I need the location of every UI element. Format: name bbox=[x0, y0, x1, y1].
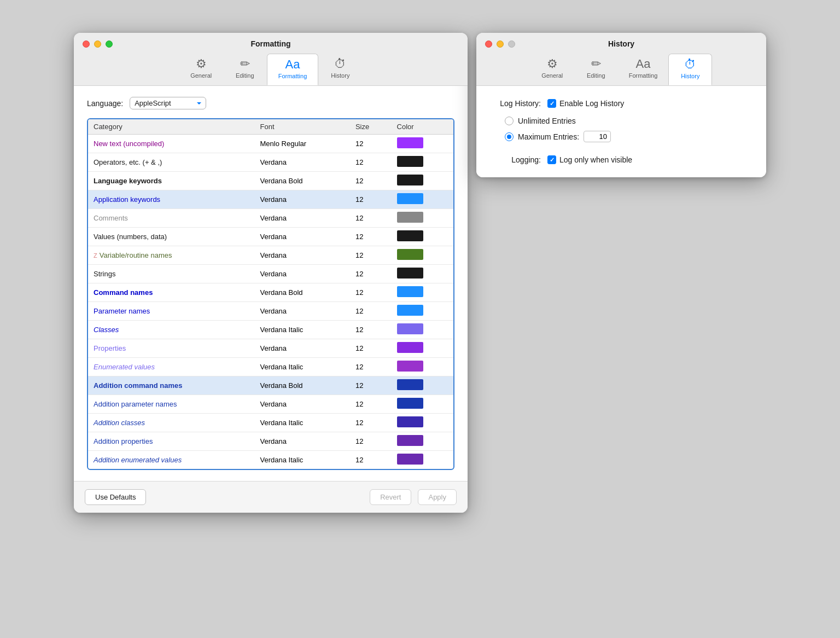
color-swatch bbox=[397, 361, 423, 372]
log-visible-checkbox[interactable] bbox=[547, 155, 556, 164]
tab-editing-right[interactable]: ✏ Editing bbox=[574, 54, 618, 85]
maximize-button-history[interactable] bbox=[508, 40, 515, 48]
category-cell: Addition command names bbox=[88, 376, 255, 395]
tab-editing-label-right: Editing bbox=[587, 72, 605, 79]
category-cell: Operators, etc. (+ & ,) bbox=[88, 153, 255, 172]
tab-formatting-left[interactable]: Aa Formatting bbox=[267, 54, 319, 85]
entries-radio-group: Unlimited Entries Maximum Entries: bbox=[505, 117, 751, 142]
color-swatch bbox=[397, 156, 423, 167]
category-cell: Classes bbox=[88, 321, 255, 339]
minimize-button[interactable] bbox=[94, 40, 101, 48]
table-row[interactable]: Values (numbers, data)Verdana12 bbox=[88, 228, 453, 246]
color-cell bbox=[392, 376, 453, 395]
language-row: Language: AppleScript bbox=[87, 97, 454, 109]
close-button[interactable] bbox=[83, 40, 90, 48]
language-select[interactable]: AppleScript bbox=[130, 97, 206, 109]
table-row[interactable]: Addition command namesVerdana Bold12 bbox=[88, 376, 453, 395]
use-defaults-button[interactable]: Use Defaults bbox=[85, 489, 146, 505]
size-cell: 12 bbox=[350, 209, 392, 228]
color-swatch bbox=[397, 342, 423, 353]
size-cell: 12 bbox=[350, 376, 392, 395]
col-header-font: Font bbox=[255, 119, 350, 135]
category-cell: Application keywords bbox=[88, 190, 255, 209]
logging-label: Logging: bbox=[492, 155, 541, 164]
color-swatch bbox=[397, 137, 423, 148]
col-header-size: Size bbox=[350, 119, 392, 135]
pencil-icon-right: ✏ bbox=[591, 57, 601, 71]
tab-general-right[interactable]: ⚙ General bbox=[530, 54, 574, 85]
table-row[interactable]: Enumerated valuesVerdana Italic12 bbox=[88, 358, 453, 376]
bottom-bar-formatting: Use Defaults Revert Apply bbox=[74, 481, 468, 513]
font-cell: Verdana bbox=[255, 153, 350, 172]
unlimited-radio[interactable] bbox=[505, 117, 514, 125]
table-row[interactable]: PropertiesVerdana12 bbox=[88, 339, 453, 358]
table-row[interactable]: New text (uncompiled)Menlo Regular12 bbox=[88, 135, 453, 153]
table-row[interactable]: Addition classesVerdana Italic12 bbox=[88, 414, 453, 432]
color-cell bbox=[392, 135, 453, 153]
tab-editing-left[interactable]: ✏ Editing bbox=[223, 54, 267, 85]
table-row[interactable]: Addition parameter namesVerdana12 bbox=[88, 395, 453, 414]
table-row[interactable]: ZVariable/routine namesVerdana12 bbox=[88, 246, 453, 265]
table-row[interactable]: CommentsVerdana12 bbox=[88, 209, 453, 228]
enable-log-checkbox[interactable] bbox=[547, 99, 556, 108]
tab-history-right[interactable]: ⏱ History bbox=[668, 54, 712, 85]
tab-history-label-right: History bbox=[681, 73, 699, 79]
tab-formatting-right[interactable]: Aa Formatting bbox=[618, 54, 669, 85]
color-cell bbox=[392, 451, 453, 469]
color-cell bbox=[392, 153, 453, 172]
tab-general-left[interactable]: ⚙ General bbox=[179, 54, 223, 85]
size-cell: 12 bbox=[350, 228, 392, 246]
size-cell: 12 bbox=[350, 172, 392, 190]
size-cell: 12 bbox=[350, 321, 392, 339]
format-table: Category Font Size Color New text (uncom… bbox=[88, 119, 453, 469]
size-cell: 12 bbox=[350, 395, 392, 414]
tab-history-left[interactable]: ⏱ History bbox=[318, 54, 362, 85]
revert-button[interactable]: Revert bbox=[370, 489, 411, 505]
category-cell: Strings bbox=[88, 265, 255, 283]
size-cell: 12 bbox=[350, 153, 392, 172]
table-row[interactable]: Addition propertiesVerdana12 bbox=[88, 432, 453, 451]
tab-history-label: History bbox=[331, 72, 349, 79]
table-row[interactable]: Addition enumerated valuesVerdana Italic… bbox=[88, 451, 453, 469]
gear-icon: ⚙ bbox=[196, 57, 207, 71]
maximum-entries-input[interactable] bbox=[584, 131, 611, 142]
log-visible-label: Log only when visible bbox=[559, 155, 632, 164]
clock-icon-right: ⏱ bbox=[684, 57, 696, 72]
font-cell: Verdana Bold bbox=[255, 376, 350, 395]
table-row[interactable]: Operators, etc. (+ & ,)Verdana12 bbox=[88, 153, 453, 172]
color-swatch bbox=[397, 398, 423, 409]
close-button-history[interactable] bbox=[485, 40, 492, 48]
apply-button[interactable]: Apply bbox=[418, 489, 457, 505]
table-row[interactable]: Command namesVerdana Bold12 bbox=[88, 283, 453, 302]
language-label: Language: bbox=[87, 99, 123, 108]
table-row[interactable]: ClassesVerdana Italic12 bbox=[88, 321, 453, 339]
formatting-window: Formatting ⚙ General ✏ Editing Aa Format… bbox=[74, 33, 468, 513]
font-cell: Verdana bbox=[255, 209, 350, 228]
table-row[interactable]: Language keywordsVerdana Bold12 bbox=[88, 172, 453, 190]
category-cell: Enumerated values bbox=[88, 358, 255, 376]
category-cell: Comments bbox=[88, 209, 255, 228]
size-cell: 12 bbox=[350, 414, 392, 432]
table-row[interactable]: Application keywordsVerdana12 bbox=[88, 190, 453, 209]
font-cell: Verdana bbox=[255, 265, 350, 283]
table-row[interactable]: StringsVerdana12 bbox=[88, 265, 453, 283]
tab-formatting-label-right: Formatting bbox=[629, 72, 658, 79]
table-row[interactable]: Parameter namesVerdana12 bbox=[88, 302, 453, 321]
minimize-button-history[interactable] bbox=[497, 40, 504, 48]
category-cell: Parameter names bbox=[88, 302, 255, 321]
color-swatch bbox=[397, 268, 423, 279]
color-swatch bbox=[397, 212, 423, 223]
maximum-radio[interactable] bbox=[505, 132, 514, 141]
log-visible-checkbox-row: Log only when visible bbox=[547, 155, 632, 164]
traffic-lights bbox=[83, 40, 113, 48]
logging-row: Logging: Log only when visible bbox=[492, 155, 751, 164]
maximize-button[interactable] bbox=[106, 40, 113, 48]
color-cell bbox=[392, 432, 453, 451]
category-cell: Addition parameter names bbox=[88, 395, 255, 414]
size-cell: 12 bbox=[350, 302, 392, 321]
category-cell: Addition enumerated values bbox=[88, 451, 255, 469]
color-cell bbox=[392, 358, 453, 376]
toolbar-history: ⚙ General ✏ Editing Aa Formatting ⏱ Hist… bbox=[530, 54, 713, 85]
font-cell: Verdana bbox=[255, 246, 350, 265]
color-swatch bbox=[397, 454, 423, 465]
